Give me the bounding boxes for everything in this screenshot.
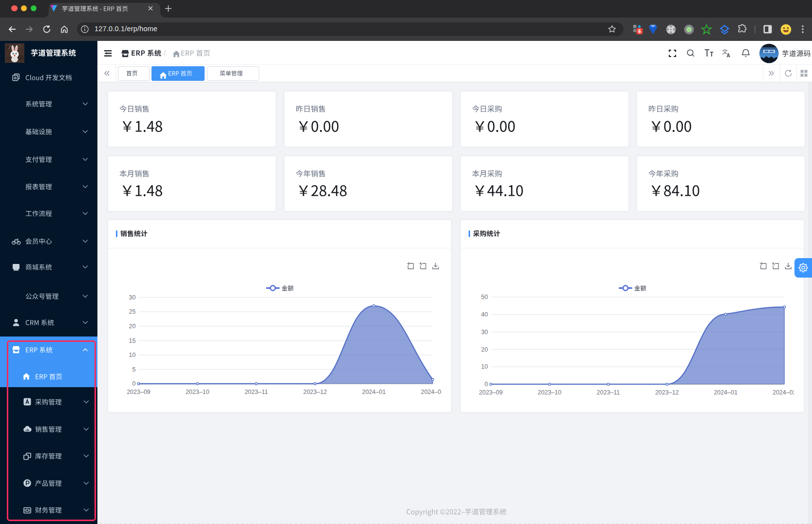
svg-text:2023–11: 2023–11	[245, 389, 268, 395]
svg-text:2024–02: 2024–02	[773, 389, 794, 396]
svg-text:30: 30	[129, 294, 136, 301]
svg-text:2023–10: 2023–10	[538, 389, 562, 396]
svg-text:0: 0	[132, 380, 136, 387]
svg-text:40: 40	[481, 311, 488, 318]
svg-text:25: 25	[129, 308, 136, 315]
svg-text:2023–12: 2023–12	[303, 389, 327, 395]
svg-text:2024–01: 2024–01	[362, 389, 386, 395]
svg-text:10: 10	[129, 352, 136, 358]
svg-text:2023–11: 2023–11	[597, 389, 620, 396]
svg-text:2023–10: 2023–10	[186, 389, 209, 395]
svg-text:2023–09: 2023–09	[127, 389, 151, 395]
svg-text:2024–02: 2024–02	[421, 389, 441, 395]
svg-text:15: 15	[129, 337, 136, 344]
svg-text:2023–12: 2023–12	[655, 389, 679, 396]
svg-text:2024–01: 2024–01	[714, 389, 737, 396]
svg-text:10: 10	[481, 363, 488, 370]
svg-text:20: 20	[481, 346, 488, 353]
svg-text:30: 30	[481, 329, 488, 336]
svg-text:20: 20	[129, 323, 136, 330]
svg-text:2023–09: 2023–09	[479, 389, 503, 396]
svg-text:0: 0	[485, 381, 488, 388]
svg-text:5: 5	[132, 366, 136, 373]
svg-text:50: 50	[481, 294, 488, 300]
svg-text:6: 6	[638, 29, 641, 34]
